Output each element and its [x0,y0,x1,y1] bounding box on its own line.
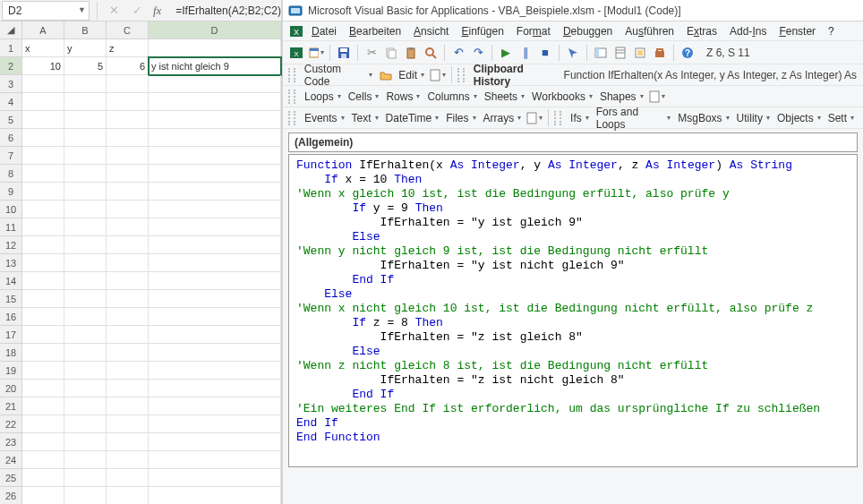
col-header-a[interactable]: A [22,21,64,39]
cell[interactable] [64,451,107,469]
toolbar-grip[interactable] [288,68,295,82]
menu-extras[interactable]: Extras [681,23,722,39]
menu-fenster[interactable]: Fenster [773,23,821,39]
cell[interactable]: 6 [107,57,149,75]
insert-module-icon[interactable] [308,45,324,61]
menu-bearbeiten[interactable]: Bearbeiten [344,23,406,39]
cell[interactable] [64,254,107,272]
cell[interactable] [107,326,149,344]
row-header[interactable]: 9 [0,183,22,201]
cell[interactable] [64,469,107,487]
cell[interactable] [149,487,281,504]
cell[interactable] [22,165,64,183]
paste-icon[interactable] [403,45,419,61]
toolbar-grip[interactable] [457,68,465,82]
cell-selected[interactable]: y ist nicht gleich 9 [149,57,281,75]
find-icon[interactable] [423,45,439,61]
row-header[interactable]: 26 [0,487,22,504]
cell[interactable]: 10 [22,57,64,75]
redo-icon[interactable]: ↷ [470,45,486,61]
tb-msgboxs[interactable]: MsgBoxs [674,105,732,132]
cell[interactable] [22,433,64,451]
tb-datetime[interactable]: DateTime [382,111,443,125]
fx-icon[interactable]: fx [153,4,167,18]
cell[interactable] [107,147,149,165]
cell[interactable] [107,183,149,201]
menu-addins[interactable]: Add-Ins [724,23,772,39]
row-header[interactable]: 10 [0,201,22,218]
cell[interactable] [149,129,281,147]
cell[interactable] [149,290,281,308]
menu-debuggen[interactable]: Debuggen [558,23,618,39]
tb-columns[interactable]: Columns [423,90,480,104]
cell[interactable] [22,254,64,272]
tb-shapes[interactable]: Shapes [596,90,647,104]
row-header[interactable]: 15 [0,290,22,308]
col-header-c[interactable]: C [107,21,149,39]
tb-cells[interactable]: Cells [345,90,383,104]
cell[interactable] [64,75,107,93]
col-header-b[interactable]: B [64,21,107,39]
row-header[interactable]: 19 [0,362,22,380]
cell[interactable] [149,93,281,111]
cell[interactable] [64,362,107,380]
more-icon[interactable] [526,110,543,126]
tb-text[interactable]: Text [348,111,382,125]
cell[interactable] [22,487,64,504]
row-header[interactable]: 16 [0,308,22,326]
code-editor[interactable]: Function IfErhalten(x As Integer, y As I… [288,154,858,467]
project-explorer-icon[interactable] [593,45,609,61]
cell[interactable] [149,147,281,165]
row-header[interactable]: 7 [0,147,22,165]
row-header[interactable]: 2 [0,57,22,75]
cell[interactable] [107,93,149,111]
select-all-corner[interactable]: ◢ [0,21,22,39]
row-header[interactable]: 11 [0,218,22,236]
menu-ausfhren[interactable]: Ausführen [619,23,679,39]
tb-objects[interactable]: Objects [773,105,825,132]
row-header[interactable]: 6 [0,129,22,147]
cell[interactable] [64,272,107,290]
cell[interactable] [22,111,64,129]
toolbar-grip[interactable] [554,111,561,125]
properties-icon[interactable] [612,45,628,61]
cell[interactable] [64,129,107,147]
cell[interactable] [64,487,107,504]
cell[interactable] [22,236,64,254]
reset-icon[interactable]: ■ [537,45,553,61]
cell[interactable] [149,415,281,433]
cell[interactable] [22,344,64,362]
cell[interactable] [107,75,149,93]
cell[interactable] [107,201,149,218]
cell[interactable] [149,326,281,344]
cell[interactable] [149,272,281,290]
cell[interactable] [107,380,149,397]
cell[interactable] [64,308,107,326]
tb-loops[interactable]: Loops [301,90,345,104]
cell[interactable] [107,344,149,362]
row-header[interactable]: 14 [0,272,22,290]
chevron-down-icon[interactable]: ▼ [78,5,86,14]
cell[interactable] [22,469,64,487]
tb-sett[interactable]: Sett [825,105,858,132]
row-header[interactable]: 1 [0,39,22,57]
save-icon[interactable] [336,45,352,61]
cell[interactable] [64,236,107,254]
menu-format[interactable]: Format [511,23,556,39]
cell[interactable] [64,183,107,201]
tb-workbooks[interactable]: Workbooks [528,90,596,104]
cell[interactable] [22,201,64,218]
cell[interactable] [22,415,64,433]
cell[interactable] [149,218,281,236]
cell[interactable] [107,415,149,433]
object-browser-icon[interactable] [632,45,648,61]
toolbox-icon[interactable] [652,45,668,61]
copy-icon[interactable] [383,45,399,61]
menu-einfgen[interactable]: Einfügen [456,23,508,39]
row-header[interactable]: 8 [0,165,22,183]
cut-icon[interactable]: ✂ [363,45,380,61]
cell[interactable] [149,469,281,487]
cell[interactable] [64,93,107,111]
view-excel-icon[interactable]: X [288,45,304,61]
cell[interactable] [107,129,149,147]
